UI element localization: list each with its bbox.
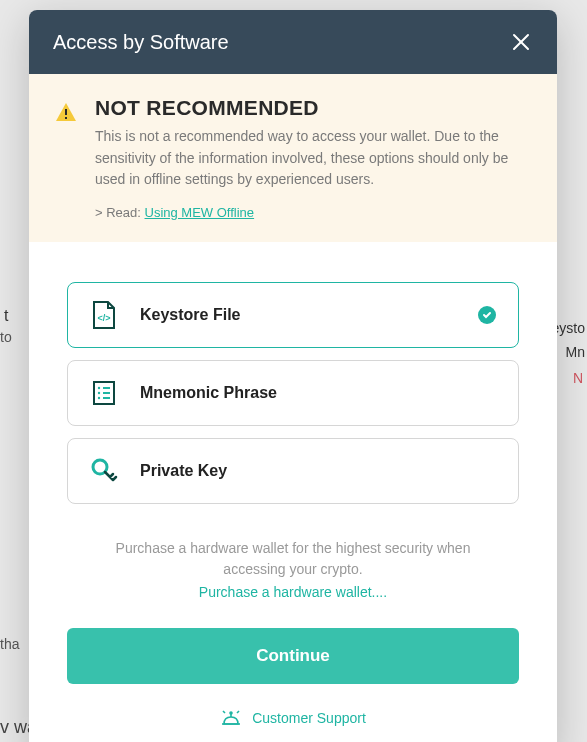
svg-point-6 (98, 387, 100, 389)
bg-text: N (573, 370, 583, 386)
access-options: </> Keystore File (29, 242, 557, 514)
warning-heading: NOT RECOMMENDED (95, 96, 531, 120)
selected-check-icon (478, 306, 496, 324)
option-keystore-file[interactable]: </> Keystore File (67, 282, 519, 348)
svg-point-18 (230, 712, 232, 714)
bg-text: tha (0, 636, 19, 652)
bg-text: Mn (566, 344, 585, 360)
private-key-icon (90, 457, 118, 485)
read-prefix: > Read: (95, 205, 145, 220)
keystore-file-icon: </> (90, 301, 118, 329)
option-label: Private Key (140, 462, 227, 480)
support-label: Customer Support (252, 710, 366, 726)
svg-rect-2 (65, 109, 67, 115)
svg-rect-3 (65, 117, 67, 119)
svg-line-16 (223, 711, 225, 713)
option-mnemonic-phrase[interactable]: Mnemonic Phrase (67, 360, 519, 426)
svg-point-10 (98, 397, 100, 399)
option-label: Keystore File (140, 306, 240, 324)
option-label: Mnemonic Phrase (140, 384, 277, 402)
read-line: > Read: Using MEW Offline (95, 205, 531, 220)
support-bell-icon (220, 708, 242, 728)
purchase-text: Purchase a hardware wallet for the highe… (29, 514, 557, 584)
svg-point-13 (97, 464, 103, 470)
warning-icon (55, 102, 77, 220)
option-private-key[interactable]: Private Key (67, 438, 519, 504)
modal-header: Access by Software (29, 10, 557, 74)
bg-text: to (0, 329, 12, 345)
purchase-hardware-wallet-link[interactable]: Purchase a hardware wallet.... (29, 584, 557, 600)
customer-support-link[interactable]: Customer Support (29, 708, 557, 742)
close-icon (511, 32, 531, 52)
warning-body: This is not a recommended way to access … (95, 126, 531, 191)
close-button[interactable] (509, 30, 533, 54)
access-software-modal: Access by Software NOT RECOMMENDED This … (29, 10, 557, 742)
read-link[interactable]: Using MEW Offline (145, 205, 255, 220)
continue-button[interactable]: Continue (67, 628, 519, 684)
svg-text:</>: </> (97, 313, 110, 323)
warning-banner: NOT RECOMMENDED This is not a recommende… (29, 74, 557, 242)
svg-line-17 (237, 711, 239, 713)
warning-content: NOT RECOMMENDED This is not a recommende… (95, 96, 531, 220)
mnemonic-phrase-icon (90, 379, 118, 407)
svg-point-8 (98, 392, 100, 394)
modal-title: Access by Software (53, 31, 229, 54)
bg-text: t (4, 307, 8, 325)
